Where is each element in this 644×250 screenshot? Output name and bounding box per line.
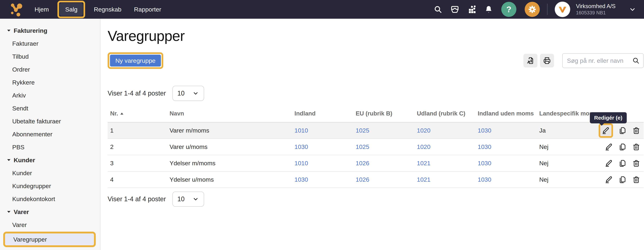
- cell-navn: Varer u/moms: [170, 143, 294, 150]
- print-button[interactable]: [540, 54, 554, 67]
- account-link-eu[interactable]: 1026: [356, 160, 417, 167]
- page-size-value: 10: [178, 90, 185, 97]
- app-logo-icon[interactable]: [7, 1, 23, 17]
- account-link-indland-uden-moms[interactable]: 1030: [478, 143, 539, 150]
- company-switcher[interactable]: Virksomhed A/S 1605339 NB1: [576, 3, 616, 16]
- column-header-indland-uden-moms[interactable]: Indland uden moms: [478, 110, 539, 117]
- account-link-indland-uden-moms[interactable]: 1030: [478, 160, 539, 167]
- account-link-eu[interactable]: 1025: [356, 127, 417, 134]
- page-size-select[interactable]: 10: [172, 86, 204, 101]
- new-varegruppe-button[interactable]: Ny varegruppe: [110, 55, 161, 66]
- search-icon[interactable]: [632, 57, 640, 64]
- trash-icon: [632, 176, 640, 184]
- account-link-udland[interactable]: 1020: [417, 127, 478, 134]
- apps-grid-icon[interactable]: [468, 5, 476, 14]
- topbar-divider: [547, 3, 548, 15]
- sidebar-item-kunder[interactable]: Kunder: [0, 167, 100, 180]
- edit-pencil-icon: [605, 143, 613, 151]
- table-row[interactable]: 2 Varer u/moms 1030 1025 1020 1030 Nej: [108, 139, 644, 155]
- sidebar-section-varer[interactable]: Varer: [0, 205, 100, 218]
- sort-ascending-icon: [120, 112, 124, 115]
- copy-icon: [618, 159, 626, 167]
- annotation-box-varegrupper: Varegrupper: [3, 232, 96, 247]
- nav-item-hjem[interactable]: Hjem: [29, 2, 54, 16]
- sidebar-section-label: Fakturering: [14, 27, 47, 34]
- nav-item-regnskab[interactable]: Regnskab: [88, 2, 127, 16]
- company-name: Virksomhed A/S: [576, 3, 616, 10]
- chevron-down-icon: [192, 90, 199, 97]
- delete-button[interactable]: [632, 143, 640, 151]
- column-header-navn[interactable]: Navn: [170, 110, 294, 117]
- account-link-indland[interactable]: 1030: [294, 176, 356, 183]
- column-header-nr[interactable]: Nr.: [110, 110, 170, 117]
- account-link-eu[interactable]: 1025: [356, 143, 417, 150]
- sidebar-item-pbs[interactable]: PBS: [0, 141, 100, 154]
- help-icon[interactable]: ?: [501, 2, 516, 17]
- cell-nr: 4: [110, 176, 170, 183]
- chevron-down-icon[interactable]: [629, 6, 636, 13]
- sidebar-section-fakturering[interactable]: Fakturering: [0, 24, 100, 37]
- settings-gear-icon[interactable]: [525, 2, 540, 17]
- inbox-icon[interactable]: [450, 5, 459, 14]
- sidebar-item-kundekontokort[interactable]: Kundekontokort: [0, 193, 100, 205]
- printer-icon: [543, 57, 551, 65]
- account-link-indland-uden-moms[interactable]: 1030: [478, 127, 539, 134]
- row-actions: [599, 176, 644, 184]
- sidebar-item-varer[interactable]: Varer: [0, 218, 100, 231]
- triangle-down-icon: [7, 159, 10, 161]
- copy-button[interactable]: [618, 176, 627, 184]
- notifications-bell-icon[interactable]: [484, 5, 493, 14]
- account-link-indland[interactable]: 1010: [294, 127, 356, 134]
- export-button[interactable]: [524, 54, 538, 67]
- account-link-eu[interactable]: 1026: [356, 176, 417, 183]
- copy-button[interactable]: [618, 126, 627, 135]
- table-row[interactable]: 3 Ydelser m/moms 1010 1026 1021 1030 Nej: [108, 155, 644, 172]
- account-link-indland[interactable]: 1010: [294, 160, 356, 167]
- sidebar-item-tilbud[interactable]: Tilbud: [0, 50, 100, 63]
- account-link-udland[interactable]: 1021: [417, 176, 478, 183]
- table-search-box: [562, 53, 644, 68]
- nav-item-rapporter[interactable]: Rapporter: [129, 2, 167, 16]
- account-link-udland[interactable]: 1021: [417, 160, 478, 167]
- sidebar-item-rykkere[interactable]: Rykkere: [0, 76, 100, 89]
- edit-button[interactable]: [605, 176, 613, 184]
- sidebar-item-arkiv[interactable]: Arkiv: [0, 89, 100, 102]
- triangle-down-icon: [7, 211, 10, 213]
- account-link-udland[interactable]: 1020: [417, 143, 478, 150]
- sidebar-item-ubetalte-fakturaer[interactable]: Ubetalte fakturaer: [0, 115, 100, 128]
- copy-icon: [618, 143, 626, 151]
- page-size-select[interactable]: 10: [172, 192, 204, 207]
- table-row[interactable]: 1 Varer m/moms 1010 1025 1020 1030 Ja: [108, 122, 644, 139]
- pagination-summary: Viser 1-4 af 4 poster: [108, 90, 166, 97]
- search-icon[interactable]: [434, 5, 442, 14]
- copy-button[interactable]: [618, 143, 627, 151]
- annotation-box-new-button: Ny varegruppe: [108, 52, 163, 69]
- toolbar-right: [524, 53, 644, 68]
- delete-button[interactable]: [632, 126, 640, 135]
- delete-button[interactable]: [632, 176, 640, 184]
- sidebar-item-ordrer[interactable]: Ordrer: [0, 63, 100, 76]
- cell-nr: 3: [110, 160, 170, 167]
- edit-button[interactable]: [605, 159, 613, 167]
- sidebar-item-varegrupper-selected[interactable]: Varegrupper: [5, 234, 94, 245]
- edit-button[interactable]: [605, 143, 613, 151]
- company-avatar[interactable]: [555, 1, 570, 17]
- sidebar-item-kundegrupper[interactable]: Kundegrupper: [0, 180, 100, 193]
- nav-item-salg[interactable]: Salg: [60, 3, 83, 16]
- copy-button[interactable]: [618, 159, 627, 167]
- pagination-summary: Viser 1-4 af 4 poster: [108, 195, 166, 203]
- sidebar-item-sendt[interactable]: Sendt: [0, 102, 100, 115]
- account-link-indland[interactable]: 1030: [294, 143, 356, 150]
- column-header-udland[interactable]: Udland (rubrik C): [417, 110, 478, 117]
- edit-pencil-icon: [602, 126, 610, 135]
- delete-button[interactable]: [632, 159, 640, 167]
- sidebar-section-kunder[interactable]: Kunder: [0, 154, 100, 167]
- column-header-indland[interactable]: Indland: [294, 110, 356, 117]
- edit-button[interactable]: [602, 126, 610, 135]
- sidebar-item-abonnementer[interactable]: Abonnementer: [0, 128, 100, 141]
- column-header-eu[interactable]: EU (rubrik B): [356, 110, 417, 117]
- account-link-indland-uden-moms[interactable]: 1030: [478, 176, 539, 183]
- table-row[interactable]: 4 Ydelser u/moms 1030 1026 1021 1030 Nej: [108, 172, 644, 188]
- search-input[interactable]: [567, 57, 632, 64]
- sidebar-item-fakturaer[interactable]: Fakturaer: [0, 37, 100, 50]
